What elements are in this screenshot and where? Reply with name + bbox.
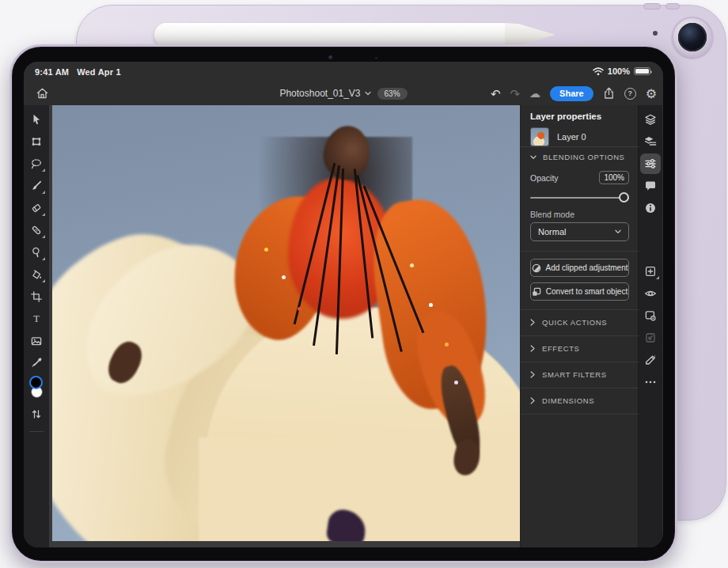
settings-gear-icon[interactable]: ⚙ (646, 86, 657, 101)
blend-mode-value: Normal (538, 227, 566, 237)
document-title-menu[interactable]: Photoshoot_01_V3 (279, 88, 370, 99)
convert-to-smart-object-button[interactable]: Convert to smart object (530, 282, 629, 301)
apple-pencil (154, 23, 555, 47)
swap-colors-button[interactable] (26, 403, 47, 425)
help-icon[interactable]: ? (624, 88, 636, 100)
layers-icon[interactable] (640, 108, 661, 131)
tool-bar: T (24, 105, 49, 547)
redo-icon[interactable]: ↷ (510, 88, 521, 100)
healing-brush-tool[interactable] (26, 219, 47, 241)
more-options-icon[interactable] (640, 371, 661, 393)
layer-thumbnail (530, 127, 549, 146)
volume-button (643, 3, 661, 9)
chevron-right-icon (530, 319, 535, 326)
app-header: 9:41 AMWed Apr 1 100% (24, 62, 663, 105)
zoom-level-badge[interactable]: 63% (377, 88, 408, 100)
layer-properties-panel: Layer properties Layer 0 BLENDING OPTION… (520, 105, 638, 547)
front-camera (328, 55, 333, 60)
battery-percent: 100% (608, 66, 630, 76)
dodge-tool[interactable] (26, 241, 47, 263)
adjustment-icon (532, 263, 541, 273)
jacket-pin (429, 303, 433, 307)
panel-rail (638, 105, 662, 547)
color-chips[interactable] (26, 376, 47, 403)
volume-button (665, 3, 680, 9)
eyedropper-tool[interactable] (26, 352, 47, 374)
merge-down-icon[interactable] (640, 327, 661, 349)
status-date: Wed Apr 1 (77, 67, 121, 77)
status-time-date: 9:41 AMWed Apr 1 (35, 67, 129, 77)
opacity-label: Opacity (530, 173, 559, 183)
title-bar: Photoshoot_01_V3 63% ↶ ↷ ☁ Share (24, 81, 663, 105)
fill-tool[interactable] (26, 263, 47, 286)
crop-tool[interactable] (26, 286, 47, 308)
chevron-right-icon (530, 345, 535, 352)
smart-object-icon (532, 287, 541, 297)
transform-tool[interactable] (26, 131, 47, 153)
section-effects[interactable]: EFFECTS (521, 335, 639, 362)
document-title: Photoshoot_01_V3 (279, 88, 360, 99)
document-canvas[interactable] (49, 105, 520, 547)
opacity-slider[interactable] (530, 192, 629, 203)
brush-tool[interactable] (26, 175, 47, 197)
add-mask-icon[interactable] (640, 305, 661, 327)
layer-properties-icon[interactable] (640, 153, 661, 174)
blend-mode-select[interactable]: Normal (530, 222, 629, 241)
rear-camera-lens (678, 23, 707, 51)
divider (521, 146, 639, 147)
photoshop-app-screen: 9:41 AMWed Apr 1 100% (24, 62, 663, 547)
section-dimensions[interactable]: DIMENSIONS (521, 388, 639, 414)
section-quick-actions[interactable]: QUICK ACTIONS (521, 309, 639, 335)
share-button[interactable]: Share (550, 86, 593, 101)
jacket-pin (445, 343, 449, 346)
info-icon[interactable] (640, 197, 661, 219)
battery-icon (634, 67, 650, 75)
blend-mode-label: Blend mode (530, 210, 574, 219)
layer-name: Layer 0 (557, 132, 586, 142)
apple-pencil-tip (505, 23, 555, 47)
jacket-pin (454, 381, 458, 384)
clip-mask-icon[interactable] (640, 349, 661, 371)
panel-title: Layer properties (530, 112, 601, 121)
slider-knob[interactable] (619, 192, 629, 203)
lasso-select-tool[interactable] (26, 153, 47, 175)
compact-layers-icon[interactable] (640, 131, 661, 153)
place-photo-tool[interactable] (26, 330, 47, 352)
add-layer-icon[interactable] (640, 260, 661, 282)
svg-text:T: T (33, 313, 40, 324)
eraser-tool[interactable] (26, 197, 47, 219)
undo-icon[interactable]: ↶ (491, 88, 501, 100)
opacity-value[interactable]: 100% (599, 171, 629, 184)
comment-icon[interactable] (640, 175, 661, 197)
add-clipped-adjustment-button[interactable]: Add clipped adjustment (530, 259, 629, 277)
rear-mic-dot (653, 31, 658, 36)
toolbar-divider (29, 431, 44, 432)
export-icon[interactable] (603, 87, 615, 100)
foreground-color-chip[interactable] (29, 376, 43, 389)
jacket-pin (264, 248, 268, 252)
hero-scene: 9:41 AMWed Apr 1 100% (0, 0, 728, 568)
opacity-row: Opacity 100% (530, 171, 629, 184)
section-smart-filters[interactable]: SMART FILTERS (521, 362, 639, 388)
apple-pencil-body (154, 23, 506, 47)
divider (521, 251, 639, 252)
front-ipad: 9:41 AMWed Apr 1 100% (9, 44, 677, 563)
jacket-pin (282, 275, 286, 279)
chevron-down-icon (615, 229, 621, 234)
status-bar: 9:41 AMWed Apr 1 100% (24, 62, 663, 81)
wifi-icon (593, 67, 604, 76)
blending-options-header[interactable]: BLENDING OPTIONS (530, 153, 625, 161)
top-actions: ↶ ↷ ☁ Share ? ⚙ (491, 81, 657, 105)
chevron-down-icon (530, 155, 537, 160)
chevron-down-icon (365, 91, 371, 96)
layer-row[interactable]: Layer 0 (530, 126, 629, 148)
type-tool[interactable]: T (26, 308, 47, 330)
move-tool[interactable] (26, 108, 47, 131)
layer-visibility-icon[interactable] (640, 282, 661, 305)
workspace: T (24, 105, 663, 547)
jacket-pin (298, 307, 301, 311)
cloud-sync-icon[interactable]: ☁ (529, 88, 540, 99)
jacket-pin (410, 263, 414, 267)
status-indicators: 100% (593, 66, 650, 76)
photo-layer (52, 105, 520, 541)
